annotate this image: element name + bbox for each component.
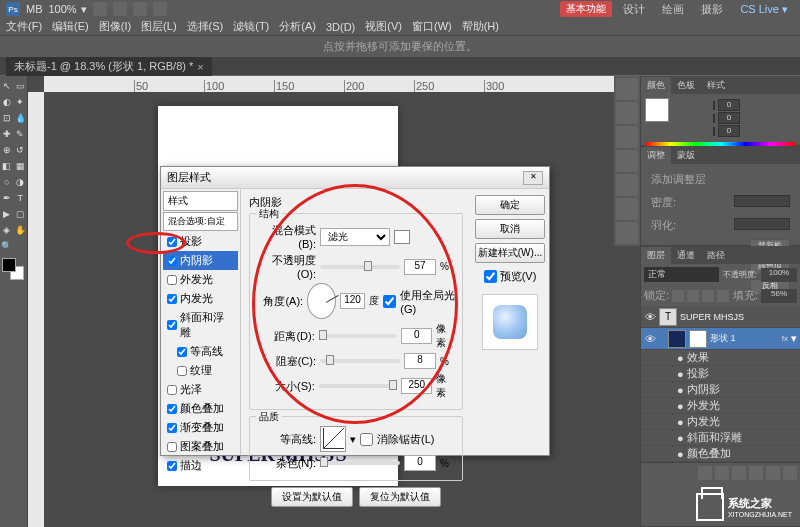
char-panel-icon[interactable] bbox=[616, 150, 638, 172]
workspace-basic-button[interactable]: 基本功能 bbox=[560, 1, 612, 17]
distance-input[interactable]: 0 bbox=[401, 328, 432, 344]
new-style-button[interactable]: 新建样式(W)... bbox=[475, 243, 545, 263]
move-tool[interactable]: ↖ bbox=[0, 79, 14, 93]
blend-mode-select[interactable]: 滤光 bbox=[320, 228, 390, 246]
antialias-checkbox[interactable] bbox=[360, 433, 373, 446]
shadow-color-swatch[interactable] bbox=[394, 230, 410, 244]
style-dropshadow[interactable]: 投影 bbox=[163, 232, 238, 251]
brush-panel-icon[interactable] bbox=[616, 198, 638, 220]
styles-header[interactable]: 样式 bbox=[163, 191, 238, 211]
chevron-down-icon[interactable]: ▾ bbox=[350, 433, 356, 446]
r-slider[interactable] bbox=[713, 101, 715, 110]
fx-outerglow[interactable]: ●外发光 bbox=[641, 398, 800, 414]
menu-help[interactable]: 帮助(H) bbox=[462, 19, 499, 34]
path-select-tool[interactable]: ▶ bbox=[0, 207, 14, 221]
dialog-titlebar[interactable]: 图层样式 ✕ bbox=[161, 167, 549, 189]
grid-icon[interactable] bbox=[93, 2, 107, 16]
para-panel-icon[interactable] bbox=[616, 174, 638, 196]
brush-tool[interactable]: ✎ bbox=[14, 127, 28, 141]
menu-layer[interactable]: 图层(L) bbox=[141, 19, 176, 34]
history-brush-tool[interactable]: ↺ bbox=[14, 143, 28, 157]
style-innershadow[interactable]: 内阴影 bbox=[163, 251, 238, 270]
style-outerglow[interactable]: 外发光 bbox=[163, 270, 238, 289]
new-layer-icon[interactable] bbox=[766, 466, 780, 480]
guide-icon[interactable] bbox=[113, 2, 127, 16]
choke-input[interactable]: 8 bbox=[404, 353, 436, 369]
adjust-tab[interactable]: 调整 bbox=[641, 147, 671, 164]
layer-style-icon[interactable] bbox=[715, 466, 729, 480]
layer-mask-icon[interactable] bbox=[732, 466, 746, 480]
fx-coloroverlay[interactable]: ●颜色叠加 bbox=[641, 446, 800, 462]
menu-view[interactable]: 视图(V) bbox=[365, 19, 402, 34]
workspace-photo[interactable]: 摄影 bbox=[695, 1, 729, 18]
fx-innershadow[interactable]: ●内阴影 bbox=[641, 382, 800, 398]
eraser-tool[interactable]: ◧ bbox=[0, 159, 14, 173]
workspace-design[interactable]: 设计 bbox=[617, 1, 651, 18]
3d-tool[interactable]: ◈ bbox=[0, 223, 14, 237]
stamp-tool[interactable]: ⊕ bbox=[0, 143, 14, 157]
global-light-checkbox[interactable] bbox=[383, 295, 396, 308]
chevron-down-icon[interactable]: ▾ bbox=[791, 332, 797, 345]
close-icon[interactable]: ✕ bbox=[523, 171, 543, 185]
fx-dropshadow[interactable]: ●投影 bbox=[641, 366, 800, 382]
opacity-slider[interactable] bbox=[320, 265, 400, 269]
make-default-button[interactable]: 设置为默认值 bbox=[271, 487, 353, 507]
paths-tab[interactable]: 路径 bbox=[701, 247, 731, 264]
menu-filter[interactable]: 滤镜(T) bbox=[233, 19, 269, 34]
menu-3d[interactable]: 3D(D) bbox=[326, 21, 355, 33]
b-slider[interactable] bbox=[713, 127, 715, 136]
style-coloroverlay[interactable]: 颜色叠加 bbox=[163, 399, 238, 418]
color-tab[interactable]: 颜色 bbox=[641, 77, 671, 94]
document-tab[interactable]: 未标题-1 @ 18.3% (形状 1, RGB/8) * × bbox=[6, 57, 212, 76]
opacity-input[interactable]: 100% bbox=[761, 268, 797, 282]
size-input[interactable]: 250 bbox=[401, 378, 432, 394]
pen-tool[interactable]: ✒ bbox=[0, 191, 14, 205]
visibility-icon[interactable]: 👁 bbox=[644, 333, 656, 345]
fill-input[interactable]: 56% bbox=[761, 289, 797, 303]
snap-icon[interactable] bbox=[133, 2, 147, 16]
menu-select[interactable]: 选择(S) bbox=[187, 19, 224, 34]
lock-all-icon[interactable] bbox=[717, 290, 729, 302]
actions-panel-icon[interactable] bbox=[616, 102, 638, 124]
new-group-icon[interactable] bbox=[749, 466, 763, 480]
style-gradientoverlay[interactable]: 渐变叠加 bbox=[163, 418, 238, 437]
zoom-value[interactable]: 100% bbox=[49, 3, 77, 15]
blur-tool[interactable]: ○ bbox=[0, 175, 14, 189]
dodge-tool[interactable]: ◑ bbox=[14, 175, 28, 189]
marquee-tool[interactable]: ▭ bbox=[14, 79, 28, 93]
wand-tool[interactable]: ✦ bbox=[14, 95, 28, 109]
layers-tab[interactable]: 图层 bbox=[641, 247, 671, 264]
cancel-button[interactable]: 取消 bbox=[475, 219, 545, 239]
layer-item-selected[interactable]: 👁 形状 1 fx ▾ bbox=[641, 328, 800, 350]
swatches-tab[interactable]: 色板 bbox=[671, 77, 701, 94]
style-texture[interactable]: 纹理 bbox=[163, 361, 238, 380]
angle-dial[interactable] bbox=[307, 283, 336, 319]
style-patternoverlay[interactable]: 图案叠加 bbox=[163, 437, 238, 456]
style-bevel[interactable]: 斜面和浮雕 bbox=[163, 308, 238, 342]
distance-slider[interactable] bbox=[319, 334, 397, 338]
fx-bevel[interactable]: ●斜面和浮雕 bbox=[641, 430, 800, 446]
heal-tool[interactable]: ✚ bbox=[0, 127, 14, 141]
eyedropper-tool[interactable]: 💧 bbox=[14, 111, 28, 125]
rulers-icon[interactable] bbox=[153, 2, 167, 16]
link-layers-icon[interactable] bbox=[698, 466, 712, 480]
close-tab-icon[interactable]: × bbox=[197, 61, 203, 73]
preview-checkbox[interactable] bbox=[484, 270, 497, 283]
mask-tab[interactable]: 蒙版 bbox=[671, 147, 701, 164]
zoom-tool[interactable]: 🔍 bbox=[0, 239, 14, 253]
gradient-tool[interactable]: ▦ bbox=[14, 159, 28, 173]
noise-input[interactable]: 0 bbox=[404, 455, 436, 471]
channels-tab[interactable]: 通道 bbox=[671, 247, 701, 264]
hand-tool[interactable]: ✋ bbox=[14, 223, 28, 237]
lock-transparent-icon[interactable] bbox=[672, 290, 684, 302]
lasso-tool[interactable]: ◐ bbox=[0, 95, 14, 109]
menu-edit[interactable]: 编辑(E) bbox=[52, 19, 89, 34]
size-slider[interactable] bbox=[319, 384, 397, 388]
clone-panel-icon[interactable] bbox=[616, 222, 638, 244]
styles-tab[interactable]: 样式 bbox=[701, 77, 731, 94]
contour-picker[interactable] bbox=[320, 426, 346, 452]
choke-slider[interactable] bbox=[320, 359, 400, 363]
delete-layer-icon[interactable] bbox=[783, 466, 797, 480]
lock-pixel-icon[interactable] bbox=[687, 290, 699, 302]
ok-button[interactable]: 确定 bbox=[475, 195, 545, 215]
